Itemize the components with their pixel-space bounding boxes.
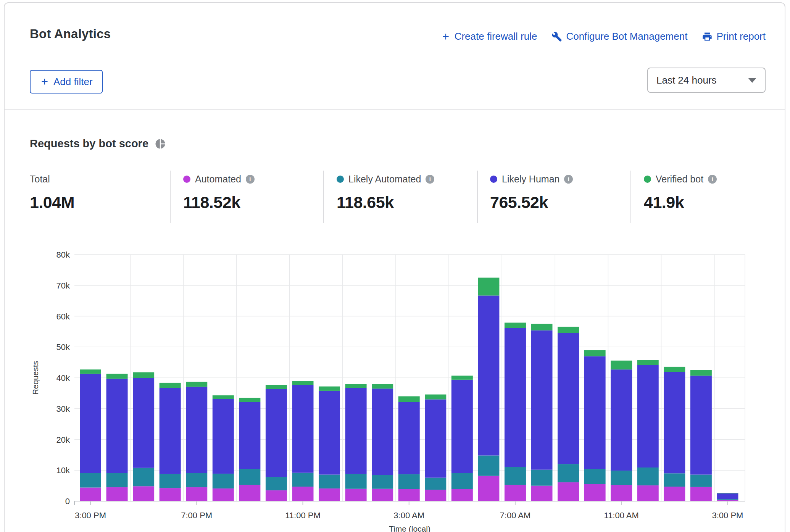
bar-segment-likely-automated[interactable] (505, 467, 526, 485)
bar-segment-automated[interactable] (584, 484, 606, 501)
bar-segment-likely-human[interactable] (266, 389, 287, 477)
bar-segment-automated[interactable] (558, 482, 579, 501)
bar-segment-likely-automated[interactable] (239, 469, 260, 485)
bar-segment-verified-bot[interactable] (584, 350, 606, 356)
bar-segment-verified-bot[interactable] (345, 384, 367, 388)
bar-segment-likely-human[interactable] (345, 388, 367, 474)
bar-segment-likely-automated[interactable] (478, 455, 499, 476)
bar-segment-automated[interactable] (345, 489, 367, 501)
bar-segment-verified-bot[interactable] (213, 395, 234, 399)
bar-segment-verified-bot[interactable] (637, 360, 659, 365)
bar-segment-verified-bot[interactable] (398, 396, 420, 402)
bar-segment-likely-automated[interactable] (106, 473, 128, 487)
bar-segment-likely-human[interactable] (611, 369, 632, 471)
bar-segment-likely-automated[interactable] (398, 474, 420, 489)
bar-segment-automated[interactable] (425, 490, 446, 501)
bar-segment-likely-automated[interactable] (558, 464, 579, 482)
bar-segment-likely-automated[interactable] (80, 473, 101, 488)
bar-segment-automated[interactable] (531, 486, 553, 501)
bar-segment-likely-human[interactable] (160, 388, 181, 474)
bar-segment-likely-human[interactable] (584, 356, 606, 469)
bar-segment-automated[interactable] (266, 490, 287, 501)
bar-segment-verified-bot[interactable] (478, 278, 499, 296)
bar-segment-likely-automated[interactable] (292, 473, 313, 487)
bar-segment-likely-human[interactable] (372, 389, 393, 475)
bar-segment-likely-automated[interactable] (531, 470, 553, 486)
bar-segment-verified-bot[interactable] (664, 367, 685, 372)
bar-segment-likely-human[interactable] (531, 330, 553, 470)
bar-segment-likely-automated[interactable] (690, 475, 712, 487)
bar-segment-likely-automated[interactable] (664, 473, 685, 487)
bar-segment-verified-bot[interactable] (425, 395, 446, 400)
bar-segment-likely-automated[interactable] (266, 477, 287, 490)
bar-segment-automated[interactable] (505, 485, 526, 501)
bar-segment-likely-human[interactable] (451, 380, 473, 473)
bar-segment-automated[interactable] (160, 488, 181, 501)
bar-segment-verified-bot[interactable] (239, 398, 260, 401)
bar-segment-likely-automated[interactable] (584, 469, 606, 484)
bar-segment-verified-bot[interactable] (451, 376, 473, 379)
bar-segment-likely-human[interactable] (239, 402, 260, 469)
bar-segment-verified-bot[interactable] (133, 372, 154, 378)
bar-segment-likely-human[interactable] (213, 399, 234, 474)
bar-segment-likely-human[interactable] (478, 295, 499, 455)
bar-segment-likely-human[interactable] (717, 493, 738, 499)
bar-segment-automated[interactable] (664, 487, 685, 501)
bar-segment-automated[interactable] (80, 487, 101, 501)
bar-segment-verified-bot[interactable] (717, 493, 738, 493)
bar-segment-automated[interactable] (319, 488, 340, 501)
bar-segment-automated[interactable] (398, 489, 420, 501)
bar-segment-automated[interactable] (186, 487, 207, 501)
info-icon[interactable]: i (426, 175, 434, 184)
bar-segment-verified-bot[interactable] (372, 384, 393, 389)
bar-segment-likely-automated[interactable] (319, 475, 340, 488)
bar-segment-verified-bot[interactable] (558, 327, 579, 333)
bar-segment-verified-bot[interactable] (266, 385, 287, 389)
bar-segment-automated[interactable] (690, 487, 712, 501)
bar-segment-likely-human[interactable] (292, 385, 313, 473)
time-range-select[interactable]: Last 24 hours (647, 68, 766, 93)
bar-segment-likely-human[interactable] (690, 376, 712, 474)
bar-segment-likely-human[interactable] (106, 379, 128, 473)
bar-segment-automated[interactable] (213, 488, 234, 501)
bar-segment-automated[interactable] (611, 485, 632, 501)
bar-segment-likely-human[interactable] (664, 372, 685, 474)
bar-segment-verified-bot[interactable] (690, 370, 712, 376)
bar-segment-automated[interactable] (637, 485, 659, 501)
info-icon[interactable]: i (246, 175, 255, 184)
bar-segment-likely-human[interactable] (425, 400, 446, 478)
bar-segment-likely-automated[interactable] (637, 468, 659, 485)
bar-segment-likely-human[interactable] (558, 333, 579, 464)
bar-segment-verified-bot[interactable] (160, 383, 181, 388)
bar-segment-likely-human[interactable] (505, 328, 526, 467)
info-icon[interactable]: i (708, 175, 717, 184)
bar-segment-automated[interactable] (106, 487, 128, 501)
bar-segment-likely-automated[interactable] (213, 474, 234, 488)
bar-segment-likely-automated[interactable] (372, 475, 393, 488)
configure-bot-management-link[interactable]: Configure Bot Management (551, 31, 687, 42)
bar-segment-verified-bot[interactable] (505, 322, 526, 328)
bar-segment-likely-human[interactable] (133, 378, 154, 468)
bar-segment-verified-bot[interactable] (292, 381, 313, 385)
bar-segment-likely-automated[interactable] (451, 473, 473, 489)
bar-segment-likely-automated[interactable] (133, 468, 154, 486)
bar-segment-likely-automated[interactable] (160, 474, 181, 488)
create-firewall-rule-link[interactable]: Create firewall rule (441, 31, 537, 42)
bar-segment-likely-automated[interactable] (345, 474, 367, 489)
bar-segment-likely-automated[interactable] (186, 473, 207, 487)
bar-segment-verified-bot[interactable] (106, 374, 128, 379)
bar-segment-likely-human[interactable] (398, 402, 420, 474)
bar-segment-automated[interactable] (133, 486, 154, 501)
bar-segment-likely-automated[interactable] (425, 478, 446, 490)
bar-segment-likely-automated[interactable] (717, 499, 738, 500)
bar-segment-verified-bot[interactable] (319, 387, 340, 391)
bar-segment-automated[interactable] (478, 476, 499, 501)
bar-segment-verified-bot[interactable] (611, 361, 632, 369)
bar-segment-likely-human[interactable] (80, 374, 101, 473)
bar-segment-verified-bot[interactable] (531, 324, 553, 330)
bar-segment-automated[interactable] (451, 489, 473, 501)
bar-segment-likely-human[interactable] (637, 365, 659, 468)
bar-segment-likely-human[interactable] (186, 387, 207, 473)
bar-segment-likely-human[interactable] (319, 391, 340, 475)
bar-segment-likely-automated[interactable] (611, 471, 632, 485)
